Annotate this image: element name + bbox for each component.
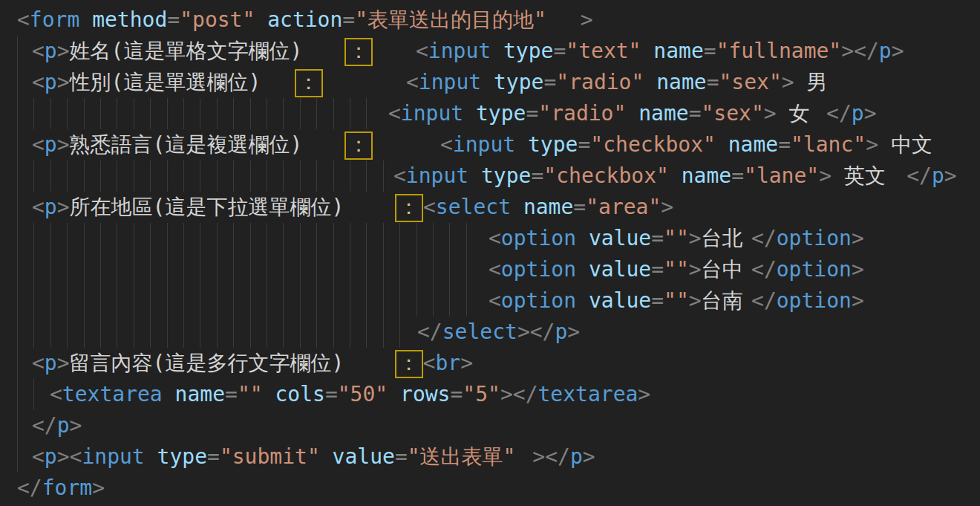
indent-guide-line [283, 160, 284, 192]
code-token [145, 444, 157, 469]
code-segment: <form method="post" action="表單送出的目的地"> [17, 4, 592, 36]
indent-guide-line [50, 160, 51, 192]
code-token [255, 7, 267, 32]
indent-guide-line [350, 223, 350, 254]
indent-guide-line [183, 317, 184, 348]
code-token: = [651, 226, 664, 250]
indent-guide-line [84, 223, 85, 254]
code-token [463, 101, 476, 126]
indent-guide-line [134, 223, 134, 254]
indent-guide-line [399, 254, 400, 285]
indent-guide-line [217, 317, 218, 348]
indent-guide-line [100, 254, 101, 285]
unicode-highlight-box: ： [395, 194, 423, 222]
code-segment: </p> [32, 410, 82, 441]
indent-guide-line [50, 317, 51, 348]
code-token: "text" [566, 39, 641, 63]
indent-guide-line [100, 160, 101, 192]
code-token [481, 70, 494, 94]
code-token: "" [664, 288, 689, 313]
indent-guide-line [33, 160, 34, 192]
code-token: < [489, 226, 501, 250]
indent-guide-line [167, 254, 168, 285]
code-token: "submit" [220, 444, 320, 469]
indent-guide-line [217, 285, 218, 317]
code-token [320, 444, 333, 469]
indent-guide-line [233, 223, 234, 254]
code-token: type [503, 39, 553, 63]
indent-guide-line [150, 317, 151, 348]
code-line: <option value="">台中</option> [0, 254, 980, 285]
code-token: "post" [180, 7, 255, 32]
code-token: option [777, 288, 852, 313]
code-segment: <p>所在地區(這是下拉選單欄位)： [32, 192, 423, 223]
indent-guide-line [100, 285, 101, 317]
indent-guide-line [267, 285, 267, 317]
indent-guide-line [416, 254, 417, 285]
code-token [263, 382, 275, 406]
indent-guide-line [134, 285, 134, 317]
indent-guide-line [33, 379, 34, 410]
indent-guide-line [316, 160, 317, 192]
indent-guide-line [17, 129, 18, 160]
code-token: name [175, 382, 225, 406]
indent-guide-line [267, 223, 267, 254]
code-token: = [526, 101, 538, 126]
indent-guide-line [333, 254, 334, 285]
code-token: action [267, 7, 342, 32]
indent-guide-line [17, 348, 18, 379]
code-token: type [528, 132, 578, 157]
code-token: option [777, 226, 852, 250]
indent-guide-line [250, 317, 251, 348]
code-line: <form method="post" action="表單送出的目的地"> [0, 4, 980, 36]
indent-guide-line [333, 285, 334, 317]
code-token: "radio" [538, 101, 626, 126]
indent-guide-line [300, 254, 301, 285]
indent-guide-line [84, 285, 85, 317]
unicode-highlight-box: ： [395, 350, 423, 378]
code-token: ></ [500, 382, 538, 406]
code-segment: <p><input type="submit" value="送出表單"></p… [32, 441, 595, 473]
code-segment: </form> [17, 473, 105, 504]
code-token: "sex" [701, 101, 763, 126]
indent-guide-line [383, 160, 384, 192]
indent-guide-line [399, 317, 400, 348]
indent-guide-line [350, 285, 350, 317]
indent-guide-line [84, 160, 85, 192]
code-token: select [436, 195, 511, 219]
indent-guide-line [17, 223, 18, 254]
code-segment: <textarea name="" cols="50" rows="5"></t… [50, 379, 650, 410]
indent-guide-line [67, 223, 68, 254]
indent-guide-line [100, 223, 101, 254]
code-token [576, 257, 589, 282]
code-line: <option value="">台南</option> [0, 285, 980, 317]
code-token [576, 288, 589, 313]
code-token: > [57, 132, 70, 157]
code-token: = [167, 7, 180, 32]
indent-guide-line [283, 254, 284, 285]
code-token: > [57, 195, 70, 219]
code-line: </form> [0, 473, 980, 504]
code-token: > [852, 288, 864, 313]
code-token: > [581, 7, 593, 32]
code-token: cols [275, 382, 324, 406]
code-token: "sex" [719, 70, 781, 94]
indent-guide-line [333, 317, 334, 348]
indent-guide-line [50, 254, 51, 285]
indent-guide-line [250, 254, 251, 285]
code-token: form [30, 7, 79, 32]
code-token: </ [751, 226, 777, 250]
code-token: name [638, 101, 688, 126]
code-token: </ [32, 413, 57, 438]
code-token: > [866, 132, 878, 157]
indent-guide-line [167, 317, 168, 348]
indent-guide-line [316, 317, 317, 348]
code-token: p [45, 444, 57, 469]
code-editor[interactable]: <form method="post" action="表單送出的目的地"><p… [0, 0, 980, 506]
indent-guide-line [366, 285, 367, 317]
code-token: 台北 [702, 223, 751, 254]
indent-guide-line [17, 36, 18, 67]
indent-guide-line [167, 223, 168, 254]
indent-guide-line [217, 160, 218, 192]
code-token: > [852, 257, 864, 282]
